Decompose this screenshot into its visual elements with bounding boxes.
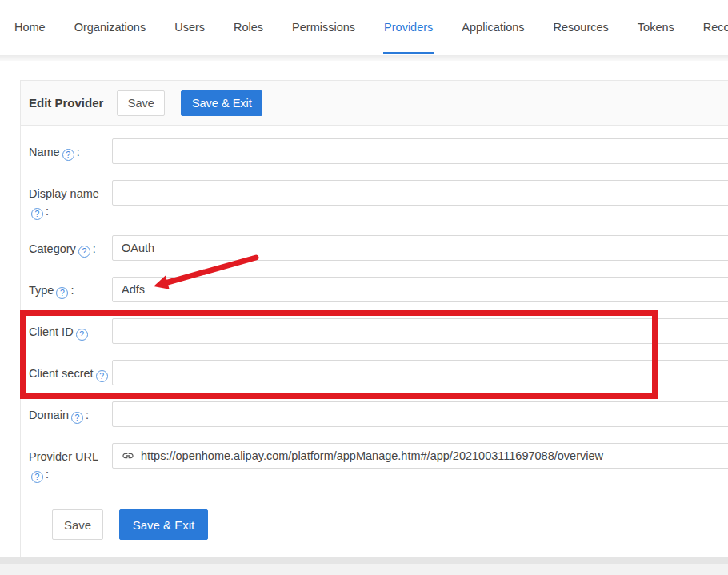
display-name-label-text: Display name [29,187,99,200]
type-select-value: Adfs [122,283,145,296]
domain-label: Domain?: [29,401,112,424]
help-icon[interactable]: ? [31,471,43,483]
type-label-text: Type [29,284,54,297]
save-button-top[interactable]: Save [117,90,165,116]
help-icon[interactable]: ? [56,287,68,299]
edit-provider-card: Edit Provider Save Save & Exit Name?: Di… [20,80,728,557]
page-background-strip [0,564,728,575]
display-name-label: Display name?: [29,180,112,220]
provider-url-input[interactable]: https://openhome.alipay.com/platform/app… [112,443,728,469]
nav-tab-records[interactable]: Records [689,0,728,54]
nav-tab-permissions[interactable]: Permissions [278,0,370,54]
nav-bottom-shadow [0,55,728,61]
type-label: Type?: [29,277,112,299]
nav-tab-tokens[interactable]: Tokens [623,0,689,54]
label-colon: : [46,205,49,218]
help-icon[interactable]: ? [71,412,83,424]
name-label-text: Name [29,146,60,158]
category-label: Category?: [29,235,112,258]
type-select[interactable]: Adfs [112,277,728,302]
domain-input[interactable] [112,401,728,427]
nav-tab-resources[interactable]: Resources [539,0,623,54]
form-row-client-secret: Client secret? [29,360,728,385]
help-icon[interactable]: ? [62,149,74,161]
provider-url-value: https://openhome.alipay.com/platform/app… [141,449,603,462]
help-icon[interactable]: ? [96,370,108,382]
help-icon[interactable]: ? [78,246,90,258]
client-id-input[interactable] [112,318,728,344]
label-colon: : [86,409,89,421]
nav-tab-roles[interactable]: Roles [219,0,278,54]
client-secret-label-text: Client secret [29,367,94,380]
form-row-name: Name?: [29,138,728,164]
client-id-label: Client ID? [29,318,112,341]
save-and-exit-button-bottom[interactable]: Save & Exit [119,509,208,540]
form-row-domain: Domain?: [29,401,728,427]
top-navigation: Home Organizations Users Roles Permissio… [0,0,728,54]
form-row-type: Type?: Adfs [29,277,728,302]
page-title: Edit Provider [29,96,103,110]
display-name-input[interactable] [112,180,728,206]
nav-tab-organizations[interactable]: Organizations [60,0,160,54]
category-select-value: OAuth [122,242,154,254]
provider-url-label: Provider URL?: [29,443,112,483]
save-button-bottom[interactable]: Save [52,509,103,540]
nav-tab-providers[interactable]: Providers [370,0,447,54]
card-bottom-edge [0,557,728,564]
nav-tab-users[interactable]: Users [160,0,219,54]
form-row-display-name: Display name?: [29,180,728,220]
client-id-label-text: Client ID [29,325,74,338]
nav-tab-home[interactable]: Home [0,0,60,54]
client-secret-input[interactable] [112,360,728,385]
client-secret-label: Client secret? [29,360,112,382]
name-input[interactable] [112,138,728,164]
form-row-client-id: Client ID? [29,318,728,344]
domain-label-text: Domain [29,409,69,421]
help-icon[interactable]: ? [31,208,43,220]
nav-tab-applications[interactable]: Applications [447,0,538,54]
nav-tab-providers-label: Providers [384,21,433,34]
link-icon [122,449,134,462]
form-row-category: Category?: OAuth [29,235,728,261]
save-and-exit-button-top[interactable]: Save & Exit [181,90,262,116]
label-colon: : [46,468,49,481]
label-colon: : [77,146,80,158]
nav-tab-list: Home Organizations Users Roles Permissio… [0,0,728,54]
provider-url-label-text: Provider URL [29,450,98,463]
category-select[interactable]: OAuth [112,235,728,261]
form-row-provider-url: Provider URL?: https://openhome.alipay.c… [29,443,728,483]
name-label: Name?: [29,138,112,161]
card-header: Edit Provider Save Save & Exit [21,81,728,126]
footer-buttons: Save Save & Exit [52,509,208,540]
active-tab-indicator [383,52,434,54]
label-colon: : [70,284,74,297]
label-colon: : [93,242,96,255]
category-label-text: Category [29,242,76,255]
help-icon[interactable]: ? [76,329,88,341]
